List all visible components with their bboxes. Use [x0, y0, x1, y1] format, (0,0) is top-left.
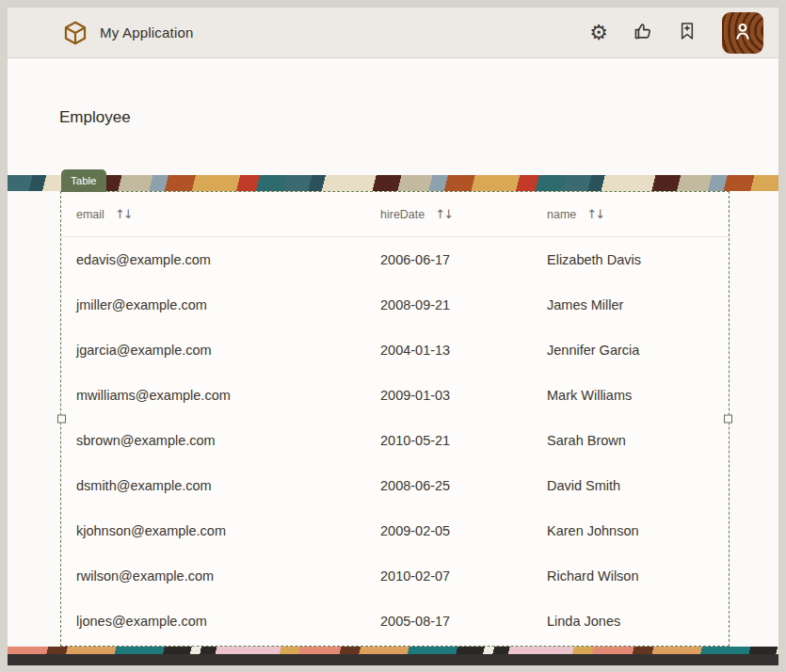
- resize-handle-left[interactable]: [57, 415, 66, 424]
- column-header-email[interactable]: email ↑↓: [76, 207, 380, 221]
- cell-hiredate: 2009-02-05: [380, 523, 547, 538]
- column-label: hireDate: [380, 208, 425, 221]
- cell-email: kjohnson@example.com: [76, 523, 380, 538]
- cell-hiredate: 2005-08-17: [380, 614, 547, 629]
- column-header-name[interactable]: name ↑↓: [547, 207, 729, 221]
- page-title: Employee: [59, 108, 131, 127]
- sort-arrows-icon[interactable]: ↑↓: [586, 207, 603, 221]
- column-label: email: [76, 208, 104, 221]
- cell-name: Karen Johnson: [547, 523, 729, 538]
- cell-hiredate: 2009-01-03: [380, 388, 547, 403]
- gear-icon: ⚙: [589, 23, 608, 43]
- table-row[interactable]: dsmith@example.com 2008-06-25 David Smit…: [61, 463, 729, 508]
- cell-name: Linda Jones: [547, 614, 729, 629]
- cell-email: ljones@example.com: [76, 614, 380, 629]
- cell-name: Mark Williams: [547, 388, 729, 403]
- settings-button[interactable]: ⚙: [587, 22, 610, 44]
- employee-table[interactable]: Table email ↑↓ hireDate ↑↓ name ↑↓ edavi…: [60, 191, 730, 647]
- table-row[interactable]: sbrown@example.com 2010-05-21 Sarah Brow…: [61, 418, 729, 463]
- table-row[interactable]: jgarcia@example.com 2004-01-13 Jennifer …: [61, 328, 729, 373]
- column-label: name: [547, 208, 576, 221]
- person-icon: [730, 19, 755, 46]
- cell-email: sbrown@example.com: [76, 433, 380, 448]
- cell-email: edavis@example.com: [76, 252, 380, 267]
- app-title: My Application: [100, 24, 194, 40]
- cell-hiredate: 2008-06-25: [380, 478, 547, 493]
- cell-name: James Miller: [547, 297, 729, 312]
- background-pattern-top: [8, 175, 778, 191]
- cell-hiredate: 2004-01-13: [380, 343, 547, 358]
- selection-badge[interactable]: Table: [61, 169, 106, 192]
- sort-arrows-icon[interactable]: ↑↓: [435, 207, 452, 221]
- cell-name: Richard Wilson: [547, 568, 729, 584]
- table-row[interactable]: rwilson@example.com 2010-02-07 Richard W…: [61, 553, 729, 599]
- cell-email: rwilson@example.com: [76, 568, 380, 584]
- table-row[interactable]: mwilliams@example.com 2009-01-03 Mark Wi…: [61, 373, 729, 418]
- cell-email: dsmith@example.com: [76, 478, 380, 493]
- table-header-row: email ↑↓ hireDate ↑↓ name ↑↓: [61, 192, 729, 237]
- header-actions: ⚙: [587, 12, 763, 54]
- app-logo-cube-icon: [62, 20, 88, 46]
- cell-email: jgarcia@example.com: [76, 343, 380, 358]
- screen: My Application ⚙: [0, 0, 786, 672]
- cell-name: David Smith: [547, 478, 729, 493]
- bookmark-button[interactable]: [676, 22, 698, 44]
- cell-name: Elizabeth Davis: [547, 252, 729, 267]
- app-header: My Application ⚙: [8, 8, 778, 58]
- app-frame: My Application ⚙: [8, 8, 778, 665]
- cell-hiredate: 2010-02-07: [380, 568, 547, 584]
- cell-hiredate: 2006-06-17: [380, 252, 547, 267]
- footer-bar: [8, 654, 778, 665]
- sort-arrows-icon[interactable]: ↑↓: [115, 207, 132, 221]
- table-body: edavis@example.com 2006-06-17 Elizabeth …: [61, 237, 729, 644]
- cell-email: jmiller@example.com: [76, 297, 380, 312]
- column-header-hiredate[interactable]: hireDate ↑↓: [380, 207, 547, 221]
- resize-handle-right[interactable]: [724, 415, 732, 424]
- cell-name: Jennifer Garcia: [547, 343, 729, 358]
- bookmark-add-icon: [677, 21, 698, 44]
- like-button[interactable]: [632, 22, 654, 44]
- table-row[interactable]: kjohnson@example.com 2009-02-05 Karen Jo…: [61, 508, 729, 553]
- background-pattern-bottom: [8, 647, 778, 654]
- cell-hiredate: 2008-09-21: [380, 297, 547, 312]
- table-row[interactable]: ljones@example.com 2005-08-17 Linda Jone…: [61, 599, 729, 644]
- thumbs-up-icon: [633, 21, 654, 45]
- table-row[interactable]: jmiller@example.com 2008-09-21 James Mil…: [61, 282, 729, 328]
- avatar-button[interactable]: [722, 12, 763, 54]
- cell-email: mwilliams@example.com: [76, 388, 380, 403]
- cell-hiredate: 2010-05-21: [380, 433, 547, 448]
- table-row[interactable]: edavis@example.com 2006-06-17 Elizabeth …: [61, 237, 729, 282]
- cell-name: Sarah Brown: [547, 433, 729, 448]
